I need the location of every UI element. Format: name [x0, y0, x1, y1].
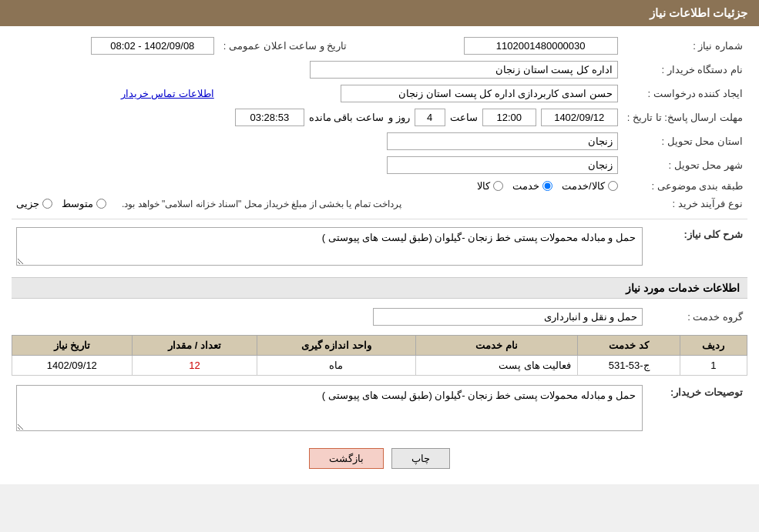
- radio-motevaset-label: متوسط: [62, 198, 93, 209]
- mohlat-baqi-label: ساعت باقی مانده: [309, 112, 384, 123]
- tosifat-value-cell: [12, 382, 647, 437]
- grouh-value-box: حمل و نقل و انبارداری: [373, 308, 643, 326]
- ettelaat-link[interactable]: اطلاعات تماس خریدار: [121, 88, 214, 99]
- radio-kala-label: کالا: [477, 180, 490, 192]
- radio-jozvi-option: جزیی: [16, 198, 52, 209]
- cell-tedad_megdar: 12: [132, 356, 257, 376]
- cell-radif: 1: [680, 356, 747, 376]
- col-vahid: واحد اندازه گیری: [257, 336, 415, 356]
- ostan-box: زنجان: [387, 132, 618, 150]
- ettelaat-khadamat-title: اطلاعات خدمات مورد نیاز: [12, 277, 747, 299]
- shahr-value: زنجان: [12, 153, 623, 177]
- mohlat-date-box: 1402/09/12: [541, 109, 618, 126]
- radio-jozvi[interactable]: [42, 199, 52, 209]
- mohlat-baqi-box: 03:28:53: [235, 109, 304, 126]
- ijad-box: حسن اسدی کاربردازی اداره کل پست استان زن…: [341, 85, 618, 102]
- col-tedad: تعداد / مقدار: [132, 336, 257, 356]
- shahr-label: شهر محل تحویل :: [623, 153, 747, 177]
- tabaqe-label: طبقه بندی موضوعی :: [623, 177, 747, 195]
- tarikh-saeat-value: 1402/09/08 - 08:02: [12, 34, 219, 58]
- radio-motevaset[interactable]: [96, 199, 106, 209]
- mohlat-saeat-box: 12:00: [482, 109, 536, 126]
- info-table: شماره نیاز : 1102001480000030 تاریخ و سا…: [12, 34, 747, 212]
- sharh-textarea[interactable]: [16, 227, 643, 266]
- radio-kala-option: کالا: [477, 180, 503, 192]
- tabaqe-radios: کالا/خدمت خدمت کالا: [12, 177, 623, 195]
- radio-khedmat-label: خدمت: [512, 180, 539, 192]
- print-button[interactable]: چاپ: [391, 448, 450, 469]
- radio-kala-khedmat-label: کالا/خدمت: [562, 180, 605, 192]
- notice-text: پرداخت تمام یا بخشی از مبلغ خریداز محل "…: [122, 199, 401, 209]
- ijad-label: ایجاد کننده درخواست :: [623, 82, 747, 105]
- noue-farayand-row: متوسط جزیی پرداخت تمام یا بخشی از مبلغ خ…: [12, 195, 623, 212]
- radio-khedmat[interactable]: [542, 181, 552, 191]
- shomara-niaz-label: شماره نیاز :: [623, 34, 747, 58]
- radio-jozvi-label: جزیی: [16, 198, 39, 209]
- mohlat-label: مهلت ارسال پاسخ: تا تاریخ :: [623, 105, 747, 129]
- mohlat-saeat-label: ساعت: [450, 112, 478, 123]
- cell-nam_khadamat: فعالیت های پست: [415, 356, 578, 376]
- nam-dastgah-box: اداره کل پست استان زنجان: [310, 61, 618, 79]
- page-wrapper: جزئیات اطلاعات نیاز شماره نیاز : 1102001…: [0, 0, 759, 484]
- grouh-label: گروه خدمت :: [647, 305, 747, 329]
- table-row: 1ج-53-531فعالیت های پستماه121402/09/12: [12, 356, 747, 376]
- radio-kala-khedmat-option: کالا/خدمت: [562, 180, 618, 192]
- col-kod: کد خدمت: [578, 336, 680, 356]
- radio-motevaset-option: متوسط: [62, 198, 106, 209]
- sharh-label: شرح کلی نیاز:: [647, 224, 747, 271]
- radio-khedmat-option: خدمت: [512, 180, 552, 192]
- tosifat-table: توصیحات خریدار:: [12, 382, 747, 437]
- tarikh-saeat-label: تاریخ و ساعت اعلان عمومی :: [219, 34, 352, 58]
- sharh-value-cell: [12, 224, 647, 271]
- grouh-value-cell: حمل و نقل و انبارداری: [12, 305, 647, 329]
- cell-vahid_andaze: ماه: [257, 356, 415, 376]
- col-nam: نام خدمت: [415, 336, 578, 356]
- header-title: جزئیات اطلاعات نیاز: [650, 6, 747, 19]
- tosifat-label: توصیحات خریدار:: [647, 382, 747, 437]
- button-row: چاپ بازگشت: [12, 448, 747, 469]
- cell-tarikh_niaz: 1402/09/12: [12, 356, 133, 376]
- cell-kod_khadamat: ج-53-531: [578, 356, 680, 376]
- divider-1: [12, 219, 747, 219]
- ijad-value: حسن اسدی کاربردازی اداره کل پست استان زن…: [219, 82, 623, 105]
- noue-farayand-label: نوع فرآیند خرید :: [623, 195, 747, 212]
- tarikh-saeat-box: 1402/09/08 - 08:02: [91, 37, 214, 55]
- nam-dastgah-value: اداره کل پست استان زنجان: [12, 58, 623, 82]
- grouh-table: گروه خدمت : حمل و نقل و انبارداری: [12, 305, 747, 329]
- tosifat-textarea[interactable]: [16, 385, 643, 431]
- page-header: جزئیات اطلاعات نیاز: [0, 0, 759, 26]
- shomara-niaz-value: 1102001480000030: [367, 34, 622, 58]
- ostan-value: زنجان: [12, 129, 623, 153]
- shahr-box: زنجان: [387, 156, 618, 174]
- services-table: ردیف کد خدمت نام خدمت واحد اندازه گیری ت…: [12, 335, 747, 376]
- mohlat-roz-label: روز و: [388, 112, 410, 123]
- nam-dastgah-label: نام دستگاه خریدار :: [623, 58, 747, 82]
- radio-kala-khedmat[interactable]: [608, 181, 618, 191]
- mohlat-roz-box: 4: [415, 109, 445, 126]
- back-button[interactable]: بازگشت: [309, 448, 384, 469]
- ostan-label: استان محل تحویل :: [623, 129, 747, 153]
- sharh-table: شرح کلی نیاز:: [12, 224, 747, 271]
- radio-kala[interactable]: [493, 181, 503, 191]
- shomara-niaz-box: 1102001480000030: [464, 37, 618, 55]
- main-content: شماره نیاز : 1102001480000030 تاریخ و سا…: [0, 26, 759, 484]
- col-tarikh: تاریخ نیاز: [12, 336, 133, 356]
- col-radif: ردیف: [680, 336, 747, 356]
- mohlat-row: 03:28:53 ساعت باقی مانده روز و 4 ساعت 12…: [12, 105, 623, 129]
